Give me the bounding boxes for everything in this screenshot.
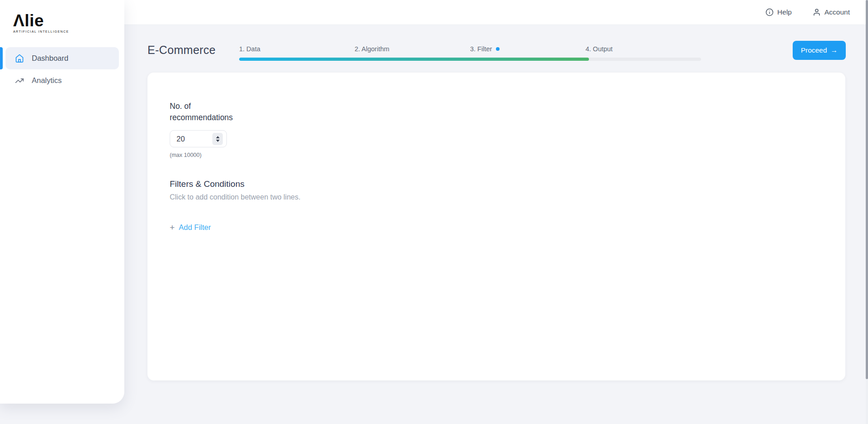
step-label: 4. Output: [586, 45, 613, 53]
trending-up-icon: [15, 76, 24, 85]
scrollbar-thumb[interactable]: [866, 0, 868, 379]
brand-name: Λlie: [13, 12, 124, 29]
brand-logo: Λlie ARTIFICIAL INTELLIGENCE: [0, 0, 124, 33]
scrollbar[interactable]: [866, 0, 868, 424]
help-button[interactable]: Help: [765, 8, 792, 16]
step-label: 1. Data: [239, 45, 260, 53]
recommendations-hint: (max 10000): [170, 152, 845, 158]
recommendations-input-wrap: [170, 130, 227, 147]
arrow-right-icon: →: [831, 46, 838, 54]
stepper-down-icon[interactable]: [216, 140, 220, 142]
main-content: E-Commerce 1. Data 2. Algorithm 3. Filte…: [124, 25, 868, 424]
account-button[interactable]: Account: [813, 8, 850, 16]
info-icon: [765, 8, 774, 16]
plus-icon: +: [170, 223, 175, 232]
number-stepper[interactable]: [212, 133, 223, 145]
step-data[interactable]: 1. Data: [239, 45, 355, 53]
progress-fill: [239, 58, 589, 61]
sidebar-item-dashboard[interactable]: Dashboard: [5, 47, 119, 69]
account-label: Account: [824, 8, 850, 16]
current-step-dot: [496, 47, 500, 51]
progress-track: [239, 58, 701, 61]
recommendations-label: No. of recommendations: [170, 101, 240, 123]
filter-step-card: No. of recommendations (max 10000) Filte…: [147, 73, 845, 380]
user-icon: [813, 8, 821, 16]
sidebar-item-label: Dashboard: [32, 54, 69, 63]
proceed-button[interactable]: Proceed →: [793, 41, 846, 60]
sidebar-item-analytics[interactable]: Analytics: [5, 69, 119, 92]
sidebar: Λlie ARTIFICIAL INTELLIGENCE Dashboard A…: [0, 0, 124, 404]
step-algorithm[interactable]: 2. Algorithm: [355, 45, 471, 53]
step-filter[interactable]: 3. Filter: [470, 45, 586, 53]
step-labels: 1. Data 2. Algorithm 3. Filter 4. Output: [239, 45, 701, 53]
home-icon: [15, 54, 24, 63]
stepper: 1. Data 2. Algorithm 3. Filter 4. Output: [239, 45, 701, 61]
active-nav-indicator: [0, 47, 3, 69]
step-label: 2. Algorithm: [355, 45, 390, 53]
sidebar-nav: Dashboard Analytics: [0, 47, 124, 92]
filters-description: Click to add condition between two lines…: [170, 193, 845, 201]
step-output[interactable]: 4. Output: [586, 45, 701, 53]
brand-tagline: ARTIFICIAL INTELLIGENCE: [13, 30, 124, 33]
recommendations-input[interactable]: [177, 135, 212, 143]
page-title: E-Commerce: [147, 44, 216, 57]
sidebar-item-label: Analytics: [32, 76, 62, 85]
add-filter-button[interactable]: + Add Filter: [170, 223, 211, 232]
topbar: Help Account: [0, 0, 868, 25]
filters-title: Filters & Conditions: [170, 179, 845, 189]
add-filter-label: Add Filter: [179, 223, 211, 232]
step-label: 3. Filter: [470, 45, 492, 53]
stepper-up-icon[interactable]: [216, 136, 220, 138]
help-label: Help: [777, 8, 792, 16]
proceed-label: Proceed: [801, 46, 827, 54]
